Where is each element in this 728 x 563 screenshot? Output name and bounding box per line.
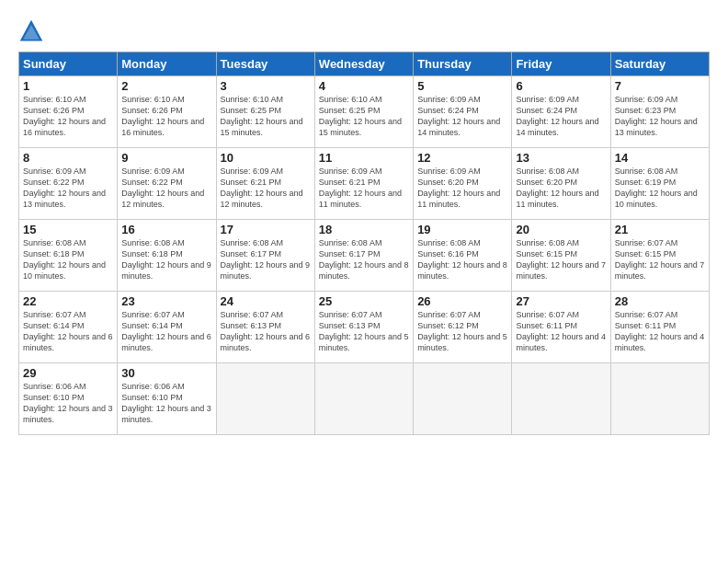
calendar-cell: 23 Sunrise: 6:07 AMSunset: 6:14 PMDaylig… — [118, 292, 216, 363]
day-info: Sunrise: 6:08 AMSunset: 6:18 PMDaylight:… — [23, 238, 106, 281]
day-number: 29 — [23, 366, 113, 380]
calendar-cell: 5 Sunrise: 6:09 AMSunset: 6:24 PMDayligh… — [414, 76, 512, 148]
day-number: 10 — [221, 151, 311, 165]
day-number: 9 — [121, 151, 211, 165]
day-number: 3 — [221, 79, 311, 93]
calendar-cell: 3 Sunrise: 6:10 AMSunset: 6:25 PMDayligh… — [216, 76, 314, 148]
day-info: Sunrise: 6:08 AMSunset: 6:17 PMDaylight:… — [319, 238, 409, 281]
calendar-cell: 28 Sunrise: 6:07 AMSunset: 6:11 PMDaylig… — [610, 292, 709, 363]
day-number: 20 — [516, 223, 606, 236]
calendar-cell: 13 Sunrise: 6:08 AMSunset: 6:20 PMDaylig… — [512, 148, 610, 220]
week-row-2: 8 Sunrise: 6:09 AMSunset: 6:22 PMDayligh… — [19, 148, 710, 220]
day-info: Sunrise: 6:09 AMSunset: 6:24 PMDaylight:… — [417, 95, 500, 137]
day-number: 22 — [23, 294, 113, 308]
week-row-4: 22 Sunrise: 6:07 AMSunset: 6:14 PMDaylig… — [19, 292, 710, 363]
calendar-cell: 22 Sunrise: 6:07 AMSunset: 6:14 PMDaylig… — [19, 292, 118, 363]
day-info: Sunrise: 6:07 AMSunset: 6:12 PMDaylight:… — [417, 310, 507, 352]
day-number: 2 — [121, 79, 211, 93]
calendar-cell: 10 Sunrise: 6:09 AMSunset: 6:21 PMDaylig… — [216, 148, 314, 220]
calendar-cell: 20 Sunrise: 6:08 AMSunset: 6:15 PMDaylig… — [512, 220, 610, 292]
day-info: Sunrise: 6:08 AMSunset: 6:18 PMDaylight:… — [121, 238, 211, 281]
day-number: 18 — [319, 223, 409, 236]
day-info: Sunrise: 6:07 AMSunset: 6:11 PMDaylight:… — [615, 310, 705, 352]
day-number: 7 — [615, 79, 705, 93]
day-info: Sunrise: 6:07 AMSunset: 6:14 PMDaylight:… — [121, 310, 211, 352]
calendar-cell: 1 Sunrise: 6:10 AMSunset: 6:26 PMDayligh… — [19, 76, 118, 148]
day-number: 15 — [23, 223, 113, 236]
day-info: Sunrise: 6:10 AMSunset: 6:25 PMDaylight:… — [319, 95, 402, 137]
day-info: Sunrise: 6:08 AMSunset: 6:15 PMDaylight:… — [516, 238, 606, 281]
calendar-cell — [314, 363, 413, 435]
logo-icon — [18, 18, 44, 44]
day-info: Sunrise: 6:09 AMSunset: 6:21 PMDaylight:… — [221, 167, 303, 209]
day-info: Sunrise: 6:09 AMSunset: 6:21 PMDaylight:… — [319, 167, 402, 209]
calendar-cell: 19 Sunrise: 6:08 AMSunset: 6:16 PMDaylig… — [414, 220, 512, 292]
day-info: Sunrise: 6:07 AMSunset: 6:11 PMDaylight:… — [516, 310, 606, 352]
day-number: 14 — [615, 151, 705, 165]
calendar-cell: 17 Sunrise: 6:08 AMSunset: 6:17 PMDaylig… — [216, 220, 314, 292]
calendar-cell: 14 Sunrise: 6:08 AMSunset: 6:19 PMDaylig… — [610, 148, 709, 220]
calendar-header-row: SundayMondayTuesdayWednesdayThursdayFrid… — [19, 52, 710, 76]
week-row-1: 1 Sunrise: 6:10 AMSunset: 6:26 PMDayligh… — [19, 76, 710, 148]
day-number: 4 — [319, 79, 409, 93]
calendar-cell: 30 Sunrise: 6:06 AMSunset: 6:10 PMDaylig… — [118, 363, 216, 435]
day-info: Sunrise: 6:09 AMSunset: 6:22 PMDaylight:… — [23, 167, 106, 209]
calendar-cell: 24 Sunrise: 6:07 AMSunset: 6:13 PMDaylig… — [216, 292, 314, 363]
day-info: Sunrise: 6:08 AMSunset: 6:16 PMDaylight:… — [417, 238, 507, 281]
calendar-cell: 11 Sunrise: 6:09 AMSunset: 6:21 PMDaylig… — [314, 148, 413, 220]
calendar-cell: 27 Sunrise: 6:07 AMSunset: 6:11 PMDaylig… — [512, 292, 610, 363]
day-number: 26 — [417, 294, 507, 308]
col-header-wednesday: Wednesday — [314, 52, 413, 76]
day-number: 24 — [221, 294, 311, 308]
calendar-table: SundayMondayTuesdayWednesdayThursdayFrid… — [18, 52, 710, 435]
day-number: 17 — [221, 223, 311, 236]
calendar-cell: 25 Sunrise: 6:07 AMSunset: 6:13 PMDaylig… — [314, 292, 413, 363]
day-number: 25 — [319, 294, 409, 308]
day-info: Sunrise: 6:10 AMSunset: 6:26 PMDaylight:… — [121, 95, 204, 137]
calendar-cell — [610, 363, 709, 435]
calendar-cell: 8 Sunrise: 6:09 AMSunset: 6:22 PMDayligh… — [19, 148, 118, 220]
day-info: Sunrise: 6:10 AMSunset: 6:26 PMDaylight:… — [23, 95, 106, 137]
day-number: 21 — [615, 223, 705, 236]
calendar-cell — [216, 363, 314, 435]
calendar-cell: 4 Sunrise: 6:10 AMSunset: 6:25 PMDayligh… — [314, 76, 413, 148]
day-number: 5 — [417, 79, 507, 93]
calendar-cell: 12 Sunrise: 6:09 AMSunset: 6:20 PMDaylig… — [414, 148, 512, 220]
day-info: Sunrise: 6:06 AMSunset: 6:10 PMDaylight:… — [121, 382, 211, 424]
day-info: Sunrise: 6:09 AMSunset: 6:23 PMDaylight:… — [615, 95, 698, 137]
day-number: 23 — [121, 294, 211, 308]
day-number: 8 — [23, 151, 113, 165]
day-number: 13 — [516, 151, 606, 165]
week-row-5: 29 Sunrise: 6:06 AMSunset: 6:10 PMDaylig… — [19, 363, 710, 435]
day-info: Sunrise: 6:09 AMSunset: 6:24 PMDaylight:… — [516, 95, 598, 137]
day-info: Sunrise: 6:10 AMSunset: 6:25 PMDaylight:… — [221, 95, 303, 137]
day-number: 1 — [23, 79, 113, 93]
day-info: Sunrise: 6:07 AMSunset: 6:15 PMDaylight:… — [615, 238, 705, 281]
col-header-saturday: Saturday — [610, 52, 709, 76]
day-info: Sunrise: 6:07 AMSunset: 6:13 PMDaylight:… — [319, 310, 409, 352]
day-info: Sunrise: 6:07 AMSunset: 6:14 PMDaylight:… — [23, 310, 113, 352]
day-info: Sunrise: 6:06 AMSunset: 6:10 PMDaylight:… — [23, 382, 113, 424]
calendar-cell — [414, 363, 512, 435]
calendar-page: SundayMondayTuesdayWednesdayThursdayFrid… — [0, 0, 728, 444]
calendar-cell: 26 Sunrise: 6:07 AMSunset: 6:12 PMDaylig… — [414, 292, 512, 363]
col-header-friday: Friday — [512, 52, 610, 76]
logo — [18, 18, 48, 44]
week-row-3: 15 Sunrise: 6:08 AMSunset: 6:18 PMDaylig… — [19, 220, 710, 292]
day-number: 12 — [417, 151, 507, 165]
col-header-thursday: Thursday — [414, 52, 512, 76]
day-info: Sunrise: 6:09 AMSunset: 6:20 PMDaylight:… — [417, 167, 500, 209]
day-number: 30 — [121, 366, 211, 380]
day-number: 28 — [615, 294, 705, 308]
day-number: 6 — [516, 79, 606, 93]
calendar-cell — [512, 363, 610, 435]
calendar-cell: 7 Sunrise: 6:09 AMSunset: 6:23 PMDayligh… — [610, 76, 709, 148]
calendar-cell: 18 Sunrise: 6:08 AMSunset: 6:17 PMDaylig… — [314, 220, 413, 292]
col-header-tuesday: Tuesday — [216, 52, 314, 76]
calendar-cell: 2 Sunrise: 6:10 AMSunset: 6:26 PMDayligh… — [118, 76, 216, 148]
col-header-sunday: Sunday — [19, 52, 118, 76]
header — [18, 15, 710, 44]
day-info: Sunrise: 6:08 AMSunset: 6:19 PMDaylight:… — [615, 167, 698, 209]
day-number: 16 — [121, 223, 211, 236]
day-info: Sunrise: 6:08 AMSunset: 6:17 PMDaylight:… — [221, 238, 311, 281]
